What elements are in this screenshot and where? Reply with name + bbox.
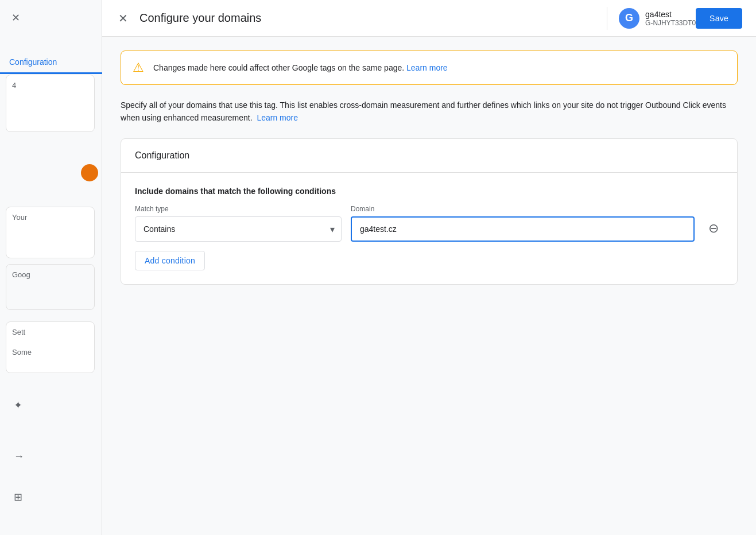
dialog-body: ⚠ Changes made here could affect other G… (102, 37, 756, 535)
bg-card-4: Sett Some (6, 321, 95, 373)
warning-text: Changes made here could affect other Goo… (153, 62, 448, 74)
warning-message: Changes made here could affect other Goo… (153, 63, 404, 72)
match-type-select-wrapper: Contains Starts with Ends with Equals Ma… (135, 216, 342, 242)
bg-close-icon: ✕ (11, 11, 20, 24)
bg-grid-icon: ⊞ (14, 491, 22, 503)
match-type-field-group: Match type Contains Starts with Ends wit… (135, 205, 342, 242)
header-divider (607, 7, 607, 30)
warning-learn-more-link[interactable]: Learn more (406, 63, 448, 72)
bg-card-text-3: Goog (6, 265, 94, 285)
bg-card-text-4: Sett (6, 322, 94, 342)
config-card-header: Configuration (121, 139, 737, 173)
configure-domains-dialog: ✕ Configure your domains G ga4test G-NJH… (102, 0, 756, 535)
match-type-label: Match type (135, 205, 342, 213)
ga-logo-icon: G (619, 8, 639, 29)
bg-arrow-icon: → (14, 451, 24, 463)
bg-card-3: Goog (6, 264, 95, 310)
remove-icon: ⊖ (708, 221, 719, 236)
ga-account: G ga4test G-NJHYT33DT0 (619, 8, 696, 29)
bg-sparkle-icon: ✦ (14, 399, 22, 412)
ga-account-info: ga4test G-NJHYT33DT0 (645, 10, 696, 27)
dialog-title: Configure your domains (139, 11, 595, 25)
background-sidebar: ✕ Configuration 4 Your Goog Sett Some ✦ … (0, 0, 102, 535)
bg-card-2: Your (6, 207, 95, 258)
bg-config-tab: Configuration (0, 52, 102, 74)
condition-row: Match type Contains Starts with Ends wit… (135, 205, 723, 242)
domain-label: Domain (351, 205, 695, 213)
remove-condition-button[interactable]: ⊖ (704, 216, 723, 241)
add-condition-button[interactable]: Add condition (135, 251, 205, 270)
bg-card-1: 4 (6, 75, 95, 132)
dialog-close-button[interactable]: ✕ (116, 9, 130, 28)
domain-field-group: Domain (351, 205, 695, 242)
description-learn-more-link[interactable]: Learn more (257, 113, 298, 122)
configuration-card: Configuration Include domains that match… (121, 138, 738, 285)
bg-card-text-2: Your (6, 207, 94, 227)
close-icon: ✕ (118, 11, 128, 25)
bg-avatar (81, 164, 98, 181)
warning-banner: ⚠ Changes made here could affect other G… (121, 51, 738, 85)
bg-card-text-1: 4 (6, 75, 94, 95)
description-body: Specify all of your domains that use thi… (121, 100, 726, 122)
save-button[interactable]: Save (696, 8, 742, 29)
description-text: Specify all of your domains that use thi… (121, 99, 738, 125)
match-type-select[interactable]: Contains Starts with Ends with Equals Ma… (135, 216, 342, 242)
domain-input[interactable] (351, 216, 695, 242)
dialog-header: ✕ Configure your domains G ga4test G-NJH… (102, 0, 756, 37)
ga-account-name: ga4test (645, 10, 696, 19)
config-card-title: Configuration (135, 150, 723, 161)
conditions-title: Include domains that match the following… (135, 187, 723, 196)
bg-card-text-4-sub: Some (6, 342, 94, 362)
warning-icon: ⚠ (133, 60, 144, 75)
config-card-body: Include domains that match the following… (121, 173, 737, 284)
ga-account-id: G-NJHYT33DT0 (645, 19, 696, 27)
